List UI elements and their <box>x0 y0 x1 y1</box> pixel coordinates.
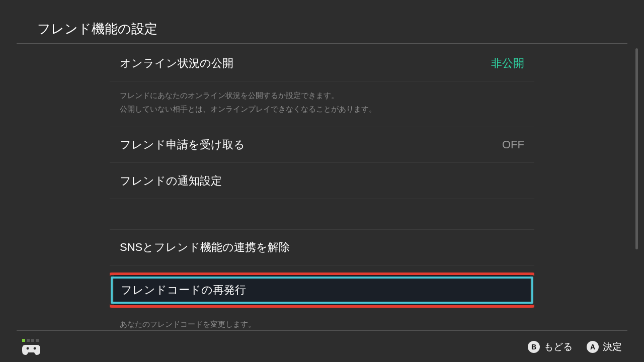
dot-icon <box>27 339 30 342</box>
hint-label: もどる <box>544 340 573 353</box>
dot-icon <box>36 339 39 342</box>
row-value: OFF <box>502 138 524 151</box>
row-label: SNSとフレンド機能の連携を解除 <box>120 240 290 255</box>
a-button-icon: A <box>587 341 599 353</box>
row-label: フレンドコードの再発行 <box>121 283 246 298</box>
hint-b-back[interactable]: B もどる <box>528 340 573 353</box>
dot-icon <box>31 339 34 342</box>
row-friend-notify[interactable]: フレンドの通知設定 <box>110 163 534 199</box>
row-label: フレンド申請を受け取る <box>120 137 245 152</box>
scrollbar[interactable] <box>635 48 638 330</box>
footer: B もどる A 決定 <box>0 332 644 362</box>
hint-a-confirm[interactable]: A 決定 <box>587 340 622 353</box>
footer-divider <box>17 330 627 331</box>
hint-label: 決定 <box>603 340 622 353</box>
header: フレンド機能の設定 <box>0 0 644 43</box>
header-divider <box>17 43 627 44</box>
row-reissue-code[interactable]: フレンドコードの再発行 <box>110 273 534 308</box>
settings-list: オンライン状況の公開 非公開 フレンドにあなたのオンライン状況を公開するか設定で… <box>110 45 534 329</box>
row-sns-unlink[interactable]: SNSとフレンド機能の連携を解除 <box>110 229 534 265</box>
controller-icon <box>22 344 40 355</box>
online-status-description: フレンドにあなたのオンライン状況を公開するか設定できます。 公開していない相手と… <box>110 81 534 127</box>
desc-line: 公開していない相手とは、オンラインプレイできなくなることがあります。 <box>120 102 524 116</box>
section-gap <box>110 199 534 229</box>
settings-screen: フレンド機能の設定 オンライン状況の公開 非公開 フレンドにあなたのオンライン状… <box>0 0 644 362</box>
svg-point-0 <box>27 347 29 350</box>
page-title: フレンド機能の設定 <box>37 20 644 38</box>
row-value: 非公開 <box>491 56 524 71</box>
desc-line: フレンドにあなたのオンライン状況を公開するか設定できます。 <box>120 88 524 102</box>
row-label: オンライン状況の公開 <box>120 56 233 71</box>
dot-icon <box>22 339 25 342</box>
player-indicator <box>22 339 39 342</box>
scrollbar-thumb[interactable] <box>635 48 638 249</box>
row-label: フレンドの通知設定 <box>120 173 222 189</box>
row-online-status[interactable]: オンライン状況の公開 非公開 <box>110 45 534 81</box>
b-button-icon: B <box>528 341 540 353</box>
footer-left <box>22 339 40 355</box>
svg-point-1 <box>34 347 36 350</box>
row-friend-request[interactable]: フレンド申請を受け取る OFF <box>110 127 534 163</box>
footer-right: B もどる A 決定 <box>528 340 622 353</box>
reissue-code-description: あなたのフレンドコードを変更します。 <box>110 315 534 329</box>
